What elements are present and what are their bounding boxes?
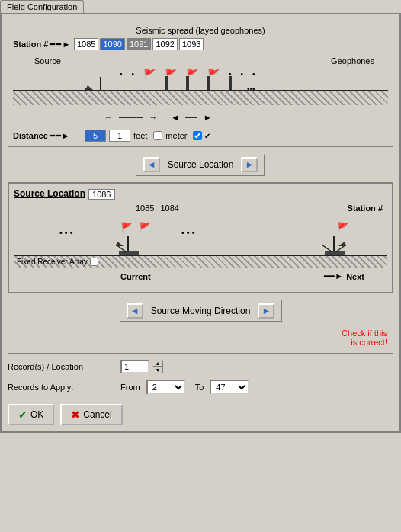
station-1091[interactable]: 1091 <box>127 38 151 50</box>
right-arrow-ground: → <box>149 113 157 122</box>
distance-text: Distance <box>13 131 48 140</box>
meter-checkbox[interactable] <box>193 131 202 140</box>
svg-rect-12 <box>229 76 232 90</box>
current-label: Current <box>120 272 151 281</box>
station-dash-arrow: ━━► <box>50 40 71 50</box>
source-location-left-btn[interactable]: ◄ <box>143 157 160 172</box>
source-loc-header: Source Location 1086 <box>14 188 387 200</box>
ok-button[interactable]: ✔ OK <box>8 404 54 425</box>
src-station-1084: 1084 <box>160 204 178 213</box>
source-loc-number: 1086 <box>88 189 114 200</box>
meter-check-mark: ✔ <box>204 132 210 140</box>
svg-marker-17 <box>116 242 124 246</box>
records-location-row: Record(s) / Location ▲ ▼ <box>8 360 393 373</box>
ok-label: OK <box>30 409 43 420</box>
left-dots: ••• <box>59 228 75 237</box>
station-1092[interactable]: 1092 <box>152 38 177 50</box>
cancel-label: Cancel <box>83 409 111 420</box>
distance-value-1[interactable] <box>85 130 106 142</box>
right-dots: ••• <box>181 228 197 237</box>
fixed-receiver-row: Fixed Receiver Array <box>17 258 98 266</box>
to-label: To <box>195 383 204 392</box>
svg-marker-22 <box>338 242 346 246</box>
station-hash-text: Station # <box>13 40 48 49</box>
source-moving-btn-row: ◄ Source Moving Direction ► <box>8 300 393 322</box>
source-location-nav: ◄ Source Location ► <box>136 153 266 176</box>
source-moving-left-btn[interactable]: ◄ <box>127 303 143 319</box>
fixed-receiver-checkbox[interactable] <box>90 258 98 266</box>
src-flags: 🚩 🚩 <box>120 222 151 233</box>
station-hash-label: Station # <box>348 204 383 213</box>
ok-check-icon: ✔ <box>18 409 27 421</box>
geophone-label: Geophones <box>331 56 374 66</box>
src-flag2: 🚩 <box>139 222 151 233</box>
station-1093[interactable]: 1093 <box>179 38 204 50</box>
svg-rect-6 <box>165 76 168 90</box>
records-location-down[interactable]: ▼ <box>152 367 163 373</box>
source-moving-right-btn[interactable]: ► <box>258 303 274 319</box>
dot2: • <box>132 70 135 79</box>
station-row: Station # ━━► 1085 1090 1091 1092 1093 <box>13 38 388 50</box>
flag1-icon: 🚩 <box>143 69 156 80</box>
field-config-tab[interactable]: Field Configuration <box>0 0 84 13</box>
right-arrow2: ► <box>204 113 212 122</box>
feet-label: feet <box>133 131 147 140</box>
from-label: From <box>120 383 140 392</box>
records-location-input[interactable] <box>120 360 149 373</box>
check-line2: is correct! <box>351 338 387 347</box>
distance-value-2[interactable] <box>109 130 130 142</box>
distance-dash-arrow: ━━► <box>50 131 71 141</box>
next-label: Next <box>346 272 364 281</box>
next-label-row: ━━► Next <box>324 271 364 281</box>
source-loc-title: Source Location <box>14 188 85 199</box>
feet-checkbox[interactable] <box>153 131 162 140</box>
cancel-x-icon: ✖ <box>71 409 80 421</box>
main-container: Seismic spread (layed geophones) Station… <box>0 13 401 433</box>
records-apply-label: Records to Apply: <box>8 383 114 392</box>
tab-bar: Field Configuration <box>0 0 401 13</box>
left-arrow-ground: ← <box>104 113 113 122</box>
meter-checkbox-group: ✔ <box>193 131 210 140</box>
ground-arrows: ← ──── → ◄ ── ► <box>104 113 212 122</box>
distance-label: Distance ━━► <box>13 131 82 141</box>
from-dropdown[interactable]: 2 1 <box>146 380 186 395</box>
dash2: ── <box>185 113 197 122</box>
station-nums: 1085 1090 1091 1092 1093 <box>74 38 204 50</box>
source-moving-nav: ◄ Source Moving Direction ► <box>119 300 283 322</box>
left-arrow2: ◄ <box>171 113 179 122</box>
ground-strip <box>13 90 388 105</box>
cancel-button[interactable]: ✖ Cancel <box>60 404 122 425</box>
records-location-label: Record(s) / Location <box>8 362 114 371</box>
src-flag-right: 🚩 <box>337 222 349 233</box>
source-loc-diagram: 1085 1084 Station # ••• 🚩 🚩 ••• 🚩 <box>14 204 387 287</box>
src-station-1085: 1085 <box>136 204 154 213</box>
meter-label: meter <box>165 131 187 140</box>
dash-ground: ──── <box>119 113 143 122</box>
svg-rect-8 <box>186 76 189 90</box>
source-label: Source <box>34 56 61 66</box>
bottom-buttons: ✔ OK ✖ Cancel <box>8 401 393 425</box>
distance-row: Distance ━━► feet meter ✔ <box>13 130 388 142</box>
check-line1: Check if this <box>342 328 387 338</box>
source-location-panel: Source Location 1086 1085 1084 Station #… <box>8 182 393 293</box>
fixed-receiver-label: Fixed Receiver Array <box>17 258 88 266</box>
divider <box>8 353 393 354</box>
records-apply-row: Records to Apply: From 2 1 To 47 <box>8 380 393 395</box>
seismic-diagram: Source Geophones • • 🚩 🚩 🚩 🚩 • • • <box>13 52 388 128</box>
feet-checkbox-group <box>153 131 162 140</box>
check-note: Check if this is correct! <box>8 328 387 347</box>
to-dropdown[interactable]: 47 <box>210 380 249 395</box>
source-location-label: Source Location <box>163 159 239 170</box>
records-location-up[interactable]: ▲ <box>152 360 163 367</box>
next-arrow-dashes: ━━► <box>324 271 343 281</box>
source-location-btn-row: ◄ Source Location ► <box>8 153 393 176</box>
station-label: Station # ━━► <box>13 40 74 50</box>
src-flag1: 🚩 <box>120 222 133 233</box>
seismic-panel: Seismic spread (layed geophones) Station… <box>8 21 393 147</box>
seismic-title: Seismic spread (layed geophones) <box>13 26 388 35</box>
svg-rect-10 <box>207 76 210 90</box>
source-location-right-btn[interactable]: ► <box>241 157 258 172</box>
station-1090[interactable]: 1090 <box>100 38 124 50</box>
src-station-nums: 1085 1084 <box>136 204 179 213</box>
station-1085[interactable]: 1085 <box>74 38 98 50</box>
